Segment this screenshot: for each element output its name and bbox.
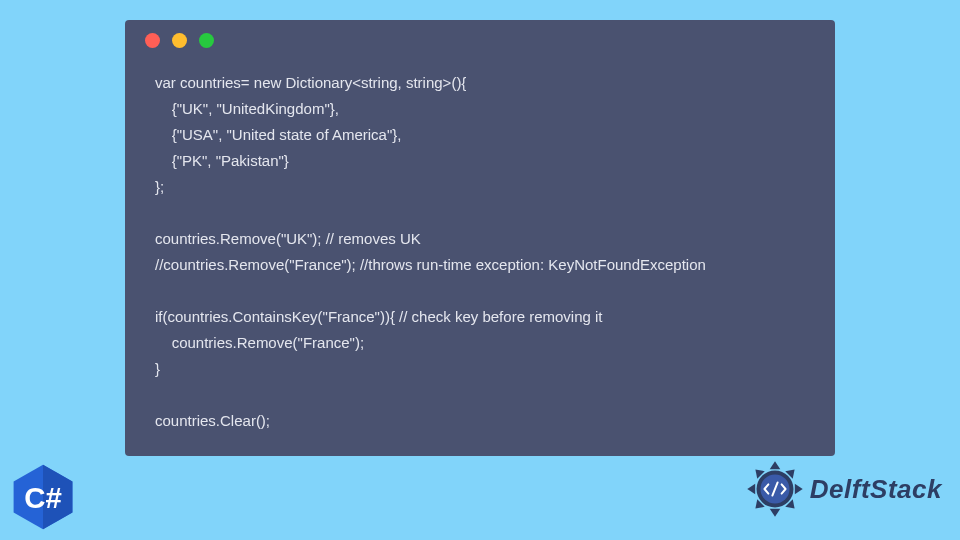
brand-area: DelftStack — [742, 456, 942, 522]
brand-name: DelftStack — [810, 474, 942, 505]
code-body: var countries= new Dictionary<string, st… — [125, 60, 835, 434]
svg-marker-4 — [747, 484, 755, 495]
csharp-badge-text: C# — [24, 481, 62, 514]
window-titlebar — [125, 20, 835, 60]
svg-marker-5 — [795, 484, 803, 495]
code-window: var countries= new Dictionary<string, st… — [125, 20, 835, 456]
minimize-icon — [172, 33, 187, 48]
csharp-logo-icon: C# — [8, 462, 78, 532]
svg-marker-2 — [770, 461, 781, 469]
close-icon — [145, 33, 160, 48]
maximize-icon — [199, 33, 214, 48]
delftstack-logo-icon — [742, 456, 808, 522]
svg-marker-3 — [770, 509, 781, 517]
